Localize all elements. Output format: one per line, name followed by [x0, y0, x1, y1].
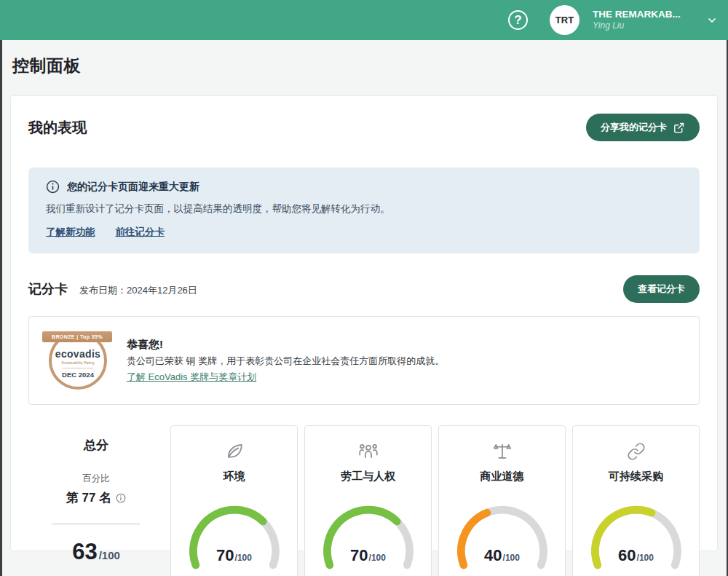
theme-score-value: 40: [484, 546, 502, 565]
theme-label: 可持续采购: [609, 470, 663, 484]
share-scorecard-label: 分享我的记分卡: [601, 121, 667, 134]
company-name: THE REMARKAB...: [593, 9, 687, 21]
score-gauge: 40 /100: [451, 500, 554, 567]
theme-score-value: 70: [216, 546, 234, 565]
award-card: BRONZE | Top 35% ecovadis Sustainability…: [28, 316, 700, 405]
medal-program-link[interactable]: 了解 EcoVadis 奖牌与奖章计划: [127, 371, 256, 384]
medal-date: DEC 2024: [62, 371, 94, 379]
banner-body: 我们重新设计了记分卡页面，以提高结果的透明度，帮助您将见解转化为行动。: [46, 202, 682, 216]
percentile-rank: 第 77 名: [66, 489, 111, 506]
medal-brand: ecovadis: [55, 348, 100, 360]
medal-subtitle: Sustainability Rating: [61, 360, 94, 365]
chevron-down-icon[interactable]: [706, 15, 718, 26]
view-scorecard-label: 查看记分卡: [638, 283, 685, 296]
theme-label: 劳工与人权: [341, 470, 395, 484]
theme-score-max: /100: [637, 553, 654, 563]
theme-score-max: /100: [369, 553, 386, 563]
percentile-label: 百分比: [82, 473, 110, 485]
user-menu[interactable]: THE REMARKAB... Ying Liu: [593, 9, 687, 32]
scales-icon: [492, 441, 513, 462]
theme-score-max: /100: [503, 553, 520, 563]
divider: [52, 524, 140, 524]
performance-title: 我的表现: [28, 118, 87, 138]
overall-score-max: /100: [99, 549, 120, 561]
score-gauge: 70 /100: [183, 500, 286, 567]
theme-card-environment: 环境 70 /100: [170, 425, 298, 576]
top-navigation-bar: ? TRT THE REMARKAB... Ying Liu: [0, 0, 728, 40]
score-gauge: 60 /100: [585, 500, 688, 567]
view-scorecard-button[interactable]: 查看记分卡: [623, 275, 700, 303]
theme-card-sustainable-procurement: 可持续采购 60 /100: [572, 425, 700, 576]
page-title: 控制面板: [12, 55, 728, 77]
scorecard-title: 记分卡: [28, 280, 68, 298]
theme-label: 环境: [223, 470, 245, 484]
window-edge-left: [0, 40, 2, 576]
avatar[interactable]: TRT: [550, 5, 579, 35]
award-body: 贵公司已荣获 铜 奖牌，用于表彰贵公司在企业社会责任方面所取得的成就。: [127, 355, 444, 368]
banner-title: 您的记分卡页面迎来重大更新: [67, 181, 199, 194]
share-scorecard-button[interactable]: 分享我的记分卡: [586, 114, 700, 141]
ecovadis-bronze-medal: BRONZE | Top 35% ecovadis Sustainability…: [44, 327, 111, 394]
share-icon: [673, 122, 685, 134]
score-gauge: 70 /100: [317, 500, 420, 567]
leaf-icon: [224, 441, 245, 462]
theme-score-value: 60: [618, 546, 636, 565]
theme-card-labor-human-rights: 劳工与人权 70 /100: [304, 425, 432, 576]
update-banner: 您的记分卡页面迎来重大更新 我们重新设计了记分卡页面，以提高结果的透明度，帮助您…: [28, 167, 700, 253]
overall-score-block: 总分 百分比 第 77 名 63 /100: [28, 425, 164, 576]
help-icon[interactable]: ?: [508, 10, 528, 30]
theme-card-ethics: 商业道德 40 /100: [438, 425, 566, 576]
theme-score-max: /100: [235, 553, 252, 563]
performance-panel: 我的表现 分享我的记分卡 您的记分卡页面迎来重大更新 我们重新设计了记分卡页面，…: [10, 95, 718, 551]
overall-score-title: 总分: [84, 437, 108, 454]
theme-label: 商业道德: [480, 470, 524, 484]
medal-ribbon: BRONZE | Top 35%: [42, 331, 112, 342]
info-icon[interactable]: [116, 493, 126, 503]
overall-score-value: 63: [72, 539, 97, 565]
theme-score-value: 70: [350, 546, 368, 565]
learn-new-features-link[interactable]: 了解新功能: [46, 226, 95, 239]
info-icon: [46, 180, 60, 194]
people-icon: [357, 441, 379, 462]
chain-link-icon: [627, 441, 646, 462]
scorecard-published-date: 发布日期：2024年12月26日: [79, 284, 197, 297]
scores-row: 总分 百分比 第 77 名 63 /100: [28, 425, 700, 576]
award-title: 恭喜您!: [127, 338, 444, 352]
go-to-scorecard-link[interactable]: 前往记分卡: [116, 226, 165, 239]
user-name: Ying Liu: [593, 20, 687, 31]
